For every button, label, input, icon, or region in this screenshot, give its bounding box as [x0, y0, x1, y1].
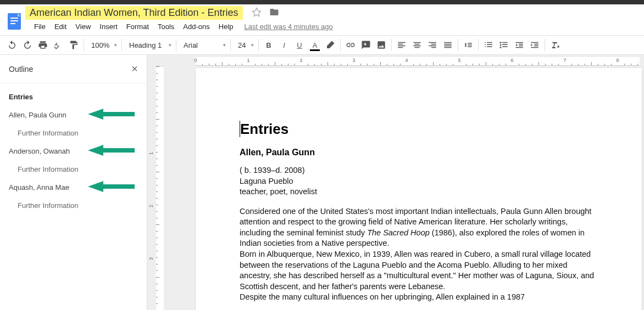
heading-allen: Allen, Paula Gunn [240, 148, 598, 157]
annotation-arrow-icon [88, 144, 135, 157]
outline-panel: Outline × EntriesAllen, Paula GunnFurthe… [0, 55, 147, 310]
menu-edit[interactable]: Edit [50, 20, 71, 33]
outline-item[interactable]: Aquash, Anna Mae [0, 178, 147, 196]
clear-formatting-button[interactable] [547, 37, 563, 53]
bold-button[interactable]: B [261, 37, 276, 53]
menu-help[interactable]: Help [214, 20, 238, 33]
align-center-button[interactable] [409, 37, 425, 53]
redo-button[interactable] [20, 37, 35, 53]
outline-title: Outline [9, 65, 33, 74]
separator [391, 39, 392, 51]
italic-button[interactable]: I [276, 37, 292, 53]
color-swatch [310, 49, 320, 51]
line-spacing-button[interactable] [460, 37, 476, 53]
font-size-select[interactable]: 24 [233, 38, 256, 52]
text-color-button[interactable]: A [307, 37, 323, 53]
svg-point-5 [500, 42, 502, 43]
docs-logo-icon[interactable] [4, 8, 24, 34]
annotation-arrow-icon [88, 108, 135, 121]
underline-button[interactable]: U [292, 37, 307, 53]
separator [230, 39, 231, 51]
outline-item[interactable]: Allen, Paula Gunn [0, 106, 147, 124]
insert-comment-button[interactable] [358, 37, 374, 53]
increase-indent-button[interactable] [527, 37, 542, 53]
svg-rect-2 [10, 20, 18, 21]
document-area: 012345678 Entries Allen, Paula Gunn ( b.… [167, 55, 644, 310]
body-paragraph: Considered one of the United States's mo… [240, 206, 598, 249]
spellcheck-button[interactable]: A [51, 37, 66, 53]
insert-link-button[interactable] [343, 37, 358, 53]
separator [545, 39, 545, 51]
separator [176, 39, 176, 51]
zoom-select[interactable]: 100% [86, 38, 119, 52]
menu-tools[interactable]: Tools [153, 20, 179, 33]
menu-file[interactable]: File [30, 20, 50, 33]
outline-item[interactable]: Entries [0, 88, 147, 106]
svg-point-6 [500, 44, 502, 46]
numbered-list-button[interactable] [481, 37, 496, 53]
page[interactable]: Entries Allen, Paula Gunn ( b. 1939–d. 2… [196, 68, 642, 310]
font-select[interactable]: Arial [179, 38, 228, 52]
highlight-color-button[interactable] [323, 37, 338, 53]
body-paragraph: Despite the many cultural influences on … [240, 292, 598, 303]
last-edit-link[interactable]: Last edit was 4 minutes ago [245, 22, 333, 31]
undo-button[interactable] [4, 37, 20, 53]
body-paragraph: Born in Albuquerque, New Mexico, in 1939… [240, 249, 598, 292]
vertical-ruler: 123 [147, 55, 167, 310]
outline-item[interactable]: Further Information [0, 160, 147, 178]
print-button[interactable] [35, 37, 51, 53]
menu-format[interactable]: Format [122, 20, 153, 33]
align-justify-button[interactable] [440, 37, 456, 53]
decrease-indent-button[interactable] [512, 37, 527, 53]
document-title[interactable]: American Indian Women, Third Edition - E… [25, 6, 243, 20]
svg-text:A: A [54, 42, 58, 47]
horizontal-ruler[interactable]: 012345678 [196, 57, 640, 66]
separator [478, 39, 479, 51]
paragraph-style-select[interactable]: Heading 1 [124, 38, 174, 52]
outline-item[interactable]: Further Information [0, 196, 147, 215]
menu-addons[interactable]: Add-ons [179, 20, 214, 33]
separator [258, 39, 259, 51]
move-folder-icon[interactable] [269, 7, 279, 19]
separator [121, 39, 122, 51]
align-right-button[interactable] [425, 37, 440, 53]
insert-image-button[interactable] [374, 37, 389, 53]
svg-rect-1 [10, 18, 18, 19]
menu-bar: File Edit View Insert Format Tools Add-o… [30, 20, 644, 33]
align-left-button[interactable] [394, 37, 409, 53]
window-topbar [0, 0, 644, 4]
svg-point-7 [500, 47, 502, 48]
separator [84, 39, 84, 51]
menu-insert[interactable]: Insert [95, 20, 122, 33]
separator [340, 39, 341, 51]
separator [458, 39, 458, 51]
menu-view[interactable]: View [71, 20, 95, 33]
toolbar: A 100% Heading 1 Arial 24 B I U A [0, 35, 644, 55]
svg-rect-3 [10, 23, 15, 24]
paint-format-button[interactable] [66, 37, 81, 53]
heading-entries: Entries [240, 121, 598, 138]
outline-list: EntriesAllen, Paula GunnFurther Informat… [0, 83, 147, 310]
annotation-arrow-icon [88, 180, 135, 193]
outline-item[interactable]: Anderson, Owanah [0, 142, 147, 160]
header: American Indian Women, Third Edition - E… [0, 4, 644, 35]
bulleted-list-button[interactable] [496, 37, 512, 53]
outline-item[interactable]: Further Information [0, 124, 147, 142]
star-icon[interactable] [252, 7, 262, 19]
entry-metadata: ( b. 1939–d. 2008) Laguna Pueblo teacher… [240, 165, 598, 198]
close-outline-button[interactable]: × [131, 63, 138, 75]
